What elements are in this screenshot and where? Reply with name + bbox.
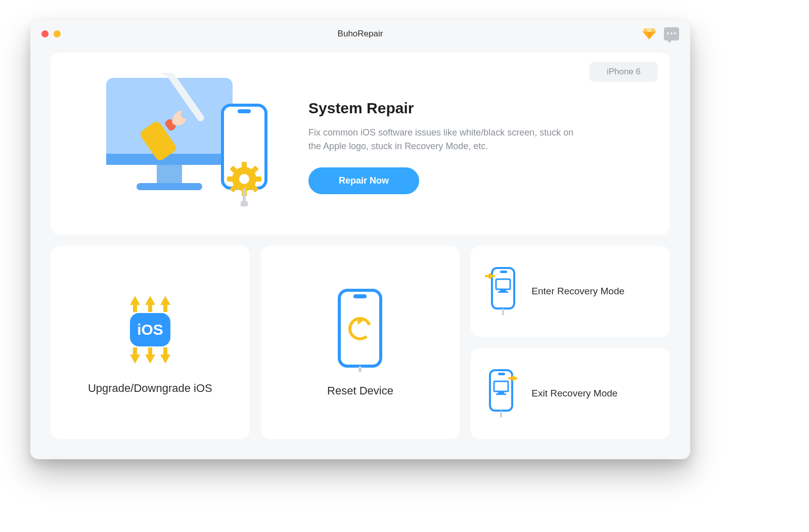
svg-rect-31 bbox=[498, 291, 508, 293]
svg-rect-3 bbox=[137, 183, 202, 190]
upgrade-downgrade-card[interactable]: iOS Upgrade/Downgrade iOS bbox=[51, 246, 250, 439]
app-window: BuhoRepair bbox=[30, 20, 690, 459]
svg-rect-13 bbox=[227, 176, 233, 182]
upgrade-downgrade-label: Upgrade/Downgrade iOS bbox=[88, 382, 212, 395]
svg-rect-36 bbox=[498, 391, 504, 393]
ios-upgrade-icon: iOS bbox=[112, 290, 188, 371]
minimize-window-button[interactable] bbox=[54, 30, 61, 37]
reset-device-label: Reset Device bbox=[327, 384, 393, 397]
reset-device-icon bbox=[332, 287, 388, 373]
hero-text: System Repair Fix common iOS software is… bbox=[293, 88, 650, 194]
actions-grid: iOS Upgrade/Downgrade iOS bbox=[51, 246, 670, 439]
enter-recovery-card[interactable]: Enter Recovery Mode bbox=[471, 246, 670, 337]
svg-rect-28 bbox=[500, 271, 507, 273]
system-repair-card: System Repair Fix common iOS software is… bbox=[51, 53, 670, 235]
feedback-icon[interactable] bbox=[664, 27, 679, 40]
svg-rect-37 bbox=[496, 393, 506, 395]
enter-recovery-icon bbox=[485, 266, 520, 317]
svg-rect-1 bbox=[106, 154, 233, 165]
hero-heading: System Repair bbox=[308, 100, 650, 117]
svg-rect-19 bbox=[243, 188, 246, 203]
close-window-button[interactable] bbox=[41, 30, 49, 37]
svg-rect-8 bbox=[238, 109, 251, 113]
svg-rect-23 bbox=[339, 290, 381, 366]
recovery-column: Enter Recovery Mode bbox=[471, 246, 670, 439]
svg-rect-20 bbox=[241, 201, 248, 206]
hero-description: Fix common iOS software issues like whit… bbox=[308, 126, 581, 153]
premium-icon[interactable] bbox=[643, 28, 656, 39]
repair-now-button[interactable]: Repair Now bbox=[308, 167, 419, 194]
reset-device-card[interactable]: Reset Device bbox=[261, 246, 460, 439]
svg-point-10 bbox=[239, 174, 249, 184]
svg-rect-38 bbox=[500, 411, 502, 418]
app-title: BuhoRepair bbox=[30, 29, 690, 39]
svg-rect-24 bbox=[353, 294, 367, 298]
svg-rect-32 bbox=[502, 308, 504, 316]
exit-recovery-icon bbox=[485, 368, 520, 419]
device-badge[interactable]: iPhone 6 bbox=[590, 62, 658, 82]
svg-rect-2 bbox=[157, 165, 182, 183]
titlebar-right bbox=[643, 27, 679, 40]
window-controls bbox=[41, 30, 61, 37]
svg-rect-34 bbox=[498, 373, 505, 375]
svg-rect-30 bbox=[500, 289, 506, 291]
repair-illustration bbox=[81, 73, 293, 209]
exit-recovery-card[interactable]: Exit Recovery Mode bbox=[471, 348, 670, 439]
svg-rect-14 bbox=[255, 176, 261, 182]
main-content: System Repair Fix common iOS software is… bbox=[30, 48, 690, 459]
svg-rect-11 bbox=[242, 162, 247, 168]
enter-recovery-label: Enter Recovery Mode bbox=[531, 286, 624, 297]
exit-recovery-label: Exit Recovery Mode bbox=[531, 388, 617, 399]
titlebar: BuhoRepair bbox=[30, 20, 690, 48]
svg-rect-26 bbox=[358, 366, 362, 372]
svg-text:iOS: iOS bbox=[137, 321, 163, 338]
